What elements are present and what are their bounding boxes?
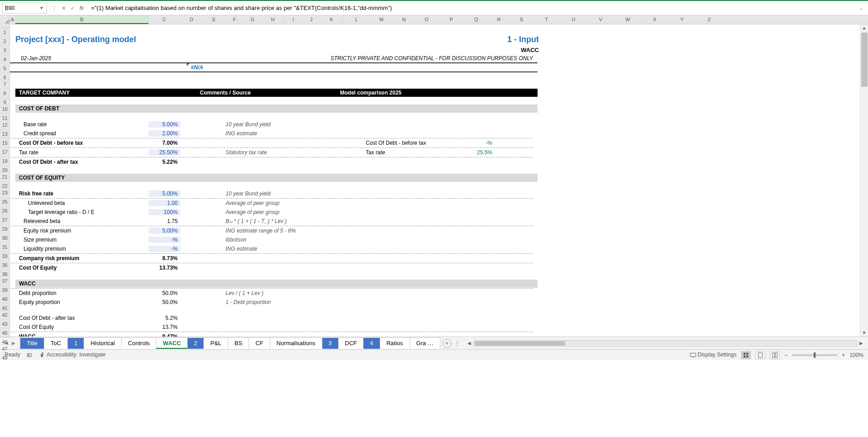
column-header-Y[interactable]: Y bbox=[669, 15, 696, 24]
row-header-2[interactable]: 2 bbox=[0, 37, 9, 46]
column-header-F[interactable]: F bbox=[226, 15, 244, 24]
zoom-slider[interactable] bbox=[792, 354, 837, 356]
name-box-dropdown-icon[interactable]: ▼ bbox=[39, 5, 44, 10]
row-header-26[interactable]: 26 bbox=[0, 207, 9, 216]
row-header-8[interactable]: 8 bbox=[0, 89, 9, 98]
column-header-J[interactable]: J bbox=[302, 15, 321, 24]
sheet-tab-toc[interactable]: ToC bbox=[44, 337, 68, 349]
name-box-input[interactable] bbox=[5, 5, 39, 11]
scroll-left-icon[interactable]: ◀ bbox=[465, 341, 473, 346]
sheet-tab-gra-[interactable]: Gra … bbox=[410, 337, 440, 349]
row-header-37[interactable]: 37 bbox=[0, 277, 9, 286]
row-header-9[interactable]: 9 bbox=[0, 98, 9, 105]
page-break-view-button[interactable] bbox=[770, 351, 780, 359]
column-header-I[interactable]: I bbox=[284, 15, 302, 24]
accept-formula-icon[interactable]: ✓ bbox=[71, 5, 75, 11]
vertical-scroll-thumb[interactable] bbox=[861, 33, 868, 87]
row-header-4[interactable]: 4 bbox=[0, 55, 9, 64]
sheet-tab-dcf[interactable]: DCF bbox=[338, 337, 364, 349]
row-header-39[interactable]: 39 bbox=[0, 286, 9, 295]
column-header-B[interactable]: B bbox=[15, 15, 149, 24]
row-header-29[interactable]: 29 bbox=[0, 225, 9, 234]
row-header-45[interactable]: 45 bbox=[0, 329, 9, 338]
accessibility-status[interactable]: Accessibility: Investigate bbox=[39, 352, 106, 358]
target-leverage-value[interactable]: 100% bbox=[149, 209, 180, 215]
sheet-tab-wacc[interactable]: WACC bbox=[156, 337, 188, 349]
sheet-tab-controls[interactable]: Controls bbox=[121, 337, 156, 349]
column-header-K[interactable]: K bbox=[321, 15, 343, 24]
sheet-tab-1[interactable]: 1 bbox=[67, 337, 84, 349]
row-header-3[interactable]: 3 bbox=[0, 46, 9, 55]
scroll-up-icon[interactable]: ▲ bbox=[860, 24, 868, 32]
row-header-46[interactable]: 46 bbox=[0, 338, 9, 345]
column-header-W[interactable]: W bbox=[614, 15, 642, 24]
row-header-49[interactable]: 49 bbox=[0, 354, 9, 360]
row-header-23[interactable]: 23 bbox=[0, 189, 9, 198]
column-header-Z[interactable]: Z bbox=[696, 15, 723, 24]
column-header-L[interactable]: L bbox=[343, 15, 370, 24]
column-header-R[interactable]: R bbox=[488, 15, 510, 24]
normal-view-button[interactable] bbox=[741, 351, 751, 359]
column-header-V[interactable]: V bbox=[587, 15, 614, 24]
sheet-tab-historical[interactable]: Historical bbox=[84, 337, 121, 349]
column-header-M[interactable]: M bbox=[370, 15, 393, 24]
column-header-Q[interactable]: Q bbox=[465, 15, 488, 24]
tax-rate-value[interactable]: 25.50% bbox=[149, 149, 180, 156]
page-layout-view-button[interactable] bbox=[755, 351, 765, 359]
row-header-35[interactable]: 35 bbox=[0, 261, 9, 270]
column-header-E[interactable]: E bbox=[203, 15, 226, 24]
row-header-19[interactable]: 19 bbox=[0, 157, 9, 166]
vertical-scrollbar[interactable]: ▲ ▼ bbox=[860, 24, 868, 337]
column-header-O[interactable]: O bbox=[415, 15, 438, 24]
row-header-27[interactable]: 27 bbox=[0, 216, 9, 225]
tab-nav-next-icon[interactable]: ▶ bbox=[12, 341, 15, 346]
column-header-C[interactable]: C bbox=[149, 15, 180, 24]
row-header-43[interactable]: 43 bbox=[0, 320, 9, 329]
sheet-tab-2[interactable]: 2 bbox=[187, 337, 204, 349]
row-header-11[interactable]: 11 bbox=[0, 114, 9, 121]
column-header-P[interactable]: P bbox=[438, 15, 465, 24]
sheet-tab-bs[interactable]: BS bbox=[228, 337, 249, 349]
column-header-T[interactable]: T bbox=[533, 15, 560, 24]
column-header-X[interactable]: X bbox=[642, 15, 669, 24]
sheet-tab-cf[interactable]: CF bbox=[249, 337, 270, 349]
column-header-A[interactable]: A bbox=[10, 15, 15, 24]
scroll-right-icon[interactable]: ▶ bbox=[857, 341, 865, 346]
sheet-tab-ratios[interactable]: Ratios bbox=[380, 337, 410, 349]
zoom-out-button[interactable]: − bbox=[784, 352, 788, 358]
row-header-10[interactable]: 10 bbox=[0, 105, 9, 114]
fx-icon[interactable]: fx bbox=[80, 5, 84, 11]
zoom-level[interactable]: 100% bbox=[849, 352, 863, 358]
row-header-20[interactable]: 20 bbox=[0, 166, 9, 173]
column-header-U[interactable]: U bbox=[560, 15, 587, 24]
horizontal-scrollbar[interactable]: ◀ ▶ bbox=[462, 340, 868, 347]
worksheet-cells[interactable]: Project [xxx] - Operating model 1 - Inpu… bbox=[10, 24, 543, 337]
row-header-33[interactable]: 33 bbox=[0, 252, 9, 261]
credit-spread-value[interactable]: 2.00% bbox=[149, 130, 180, 137]
zoom-slider-thumb[interactable] bbox=[814, 352, 816, 358]
cancel-formula-icon[interactable]: ✕ bbox=[61, 5, 66, 11]
row-header-12[interactable]: 12 bbox=[0, 121, 9, 130]
column-header-H[interactable]: H bbox=[262, 15, 284, 24]
zoom-in-button[interactable]: + bbox=[842, 352, 845, 358]
row-header-1[interactable]: 1 bbox=[0, 28, 9, 37]
sheet-tab-p-l[interactable]: P&L bbox=[203, 337, 228, 349]
row-header-42[interactable]: 42 bbox=[0, 311, 9, 320]
risk-free-rate-value[interactable]: 5.00% bbox=[149, 190, 180, 197]
add-sheet-button[interactable]: + bbox=[443, 339, 452, 348]
formula-bar-expand-icon[interactable]: ⌄ bbox=[856, 5, 866, 11]
column-header-G[interactable]: G bbox=[244, 15, 262, 24]
size-premium-value[interactable]: -% bbox=[149, 237, 180, 243]
column-header-S[interactable]: S bbox=[510, 15, 533, 24]
column-header-N[interactable]: N bbox=[393, 15, 415, 24]
row-header-13[interactable]: 13 bbox=[0, 130, 9, 139]
base-rate-value[interactable]: 5.00% bbox=[149, 121, 180, 128]
equity-risk-premium-value[interactable]: 5.00% bbox=[149, 228, 180, 234]
row-header-47[interactable]: 47 bbox=[0, 345, 9, 354]
sheet-tab-4[interactable]: 4 bbox=[363, 337, 380, 349]
row-header-5[interactable]: 5 bbox=[0, 64, 9, 73]
sheet-tab-normalisations[interactable]: Normalisations bbox=[270, 337, 322, 349]
row-header-21[interactable]: 21 bbox=[0, 173, 9, 182]
row-header-22[interactable]: 22 bbox=[0, 182, 9, 189]
horizontal-scroll-thumb[interactable] bbox=[475, 341, 565, 346]
